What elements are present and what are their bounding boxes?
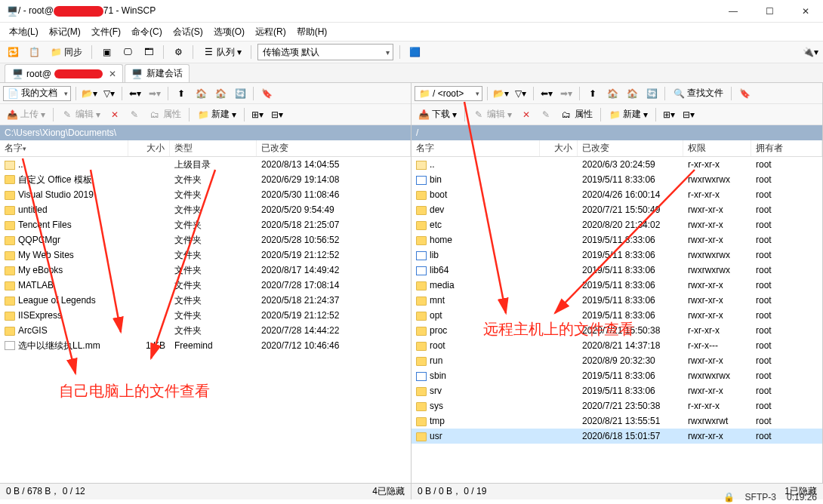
delete-icon[interactable]: ✕ xyxy=(106,106,123,123)
delete-icon[interactable]: ✕ xyxy=(518,106,535,123)
table-row[interactable]: 选中以继续执LL.mm1 KBFreemind2020/7/12 10:46:4… xyxy=(0,338,411,353)
table-row[interactable]: IISExpress文件夹2020/5/19 21:12:52 xyxy=(0,308,411,323)
parent-icon[interactable]: ⬆ xyxy=(584,85,601,102)
tab-session[interactable]: 🖥️ root@ ✕ xyxy=(5,64,123,82)
queue-button[interactable]: ☰队列 ▾ xyxy=(199,45,245,60)
props-button[interactable]: 🗂属性 xyxy=(146,107,184,121)
menu-item[interactable]: 帮助(H) xyxy=(292,24,332,40)
open-folder-icon[interactable]: 📂▾ xyxy=(81,85,97,102)
table-row[interactable]: mnt2019/5/11 8:33:06rwxr-xr-xroot xyxy=(412,293,822,308)
col-changed[interactable]: 已改变 xyxy=(257,140,411,156)
col-perm[interactable]: 权限 xyxy=(683,140,751,156)
menu-item[interactable]: 文件(F) xyxy=(87,24,125,40)
table-row[interactable]: sys2020/7/21 23:50:38r-xr-xr-xroot xyxy=(412,398,822,413)
refresh-icon[interactable]: 🔄 xyxy=(232,85,248,102)
table-row[interactable]: QQPCMgr文件夹2020/5/28 10:56:52 xyxy=(0,232,411,247)
table-row[interactable]: ArcGIS文件夹2020/7/28 14:44:22 xyxy=(0,323,411,338)
home-icon[interactable]: 🏠 xyxy=(624,85,640,102)
root-icon[interactable]: 🏠 xyxy=(604,85,621,102)
download-button[interactable]: 📥下载 ▾ xyxy=(415,107,460,121)
table-row[interactable]: home2019/5/11 8:33:06rwxr-xr-xroot xyxy=(412,232,822,247)
table-row[interactable]: tmp2020/8/21 13:55:51rwxrwxrwtroot xyxy=(412,413,822,429)
table-row[interactable]: run2020/8/9 20:32:30rwxr-xr-xroot xyxy=(412,353,822,368)
menu-item[interactable]: 远程(R) xyxy=(251,24,291,40)
menu-item[interactable]: 选项(O) xyxy=(209,24,249,40)
gear-icon[interactable]: ⚙ xyxy=(170,44,186,60)
table-row[interactable]: Tencent Files文件夹2020/5/18 21:25:07 xyxy=(0,217,411,232)
table-row[interactable]: boot2020/4/26 16:00:14r-xr-xr-xroot xyxy=(412,187,822,202)
table-row[interactable]: root2020/8/21 14:37:18r-xr-x---root xyxy=(412,338,822,353)
maximize-button[interactable]: ☐ xyxy=(758,3,781,20)
refresh-icon[interactable]: 🔄 xyxy=(643,85,660,102)
table-row[interactable]: ..2020/6/3 20:24:59r-xr-xr-xroot xyxy=(412,157,822,172)
props-button[interactable]: 🗂属性 xyxy=(557,107,596,121)
table-row[interactable]: Visual Studio 2019文件夹2020/5/30 11:08:46 xyxy=(0,187,411,202)
minus-icon[interactable]: ⊟▾ xyxy=(269,106,285,123)
bookmark-icon[interactable]: 🔖 xyxy=(736,85,753,102)
minimize-button[interactable]: — xyxy=(722,3,744,20)
rename-icon[interactable]: ✎ xyxy=(126,106,143,123)
table-row[interactable]: media2019/5/11 8:33:06rwxr-xr-xroot xyxy=(412,278,822,293)
table-row[interactable]: opt2019/5/11 8:33:06rwxr-xr-xroot xyxy=(412,308,822,323)
table-row[interactable]: My Web Sites文件夹2020/5/19 21:12:52 xyxy=(0,247,411,263)
col-changed[interactable]: 已改变 xyxy=(578,140,683,156)
new-button[interactable]: 📁新建 ▾ xyxy=(194,107,239,121)
menu-item[interactable]: 本地(L) xyxy=(5,24,43,40)
close-button[interactable]: ✕ xyxy=(794,3,817,20)
menu-item[interactable]: 标记(M) xyxy=(45,24,85,40)
col-name[interactable]: 名字 xyxy=(0,140,128,156)
plus-icon[interactable]: ⊞▾ xyxy=(661,106,677,123)
root-icon[interactable]: 🏠 xyxy=(193,85,209,102)
table-row[interactable]: srv2019/5/11 8:33:06rwxr-xr-xroot xyxy=(412,383,822,398)
edit-button[interactable]: ✎编辑 ▾ xyxy=(58,107,103,121)
table-row[interactable]: lib642019/5/11 8:33:06rwxrwxrwxroot xyxy=(412,263,822,278)
tab-new-session[interactable]: 🖥️ 新建会话 xyxy=(125,64,190,82)
parent-icon[interactable]: ⬆ xyxy=(173,85,190,102)
local-file-list[interactable]: 名字 大小 类型 已改变 ..上级目录2020/8/13 14:04:55自定义… xyxy=(0,140,411,483)
home-icon[interactable]: 🏠 xyxy=(212,85,229,102)
compare-icon[interactable]: 📋 xyxy=(26,44,42,60)
table-row[interactable]: proc2020/7/21 15:50:38r-xr-xr-xroot xyxy=(412,323,822,338)
table-row[interactable]: usr2020/6/18 15:01:57rwxr-xr-xroot xyxy=(412,429,822,444)
back-icon[interactable]: ⬅▾ xyxy=(538,85,555,102)
col-name[interactable]: 名字 xyxy=(412,140,540,156)
sync-browse-icon[interactable]: 🔁 xyxy=(5,44,21,60)
close-tab-icon[interactable]: ✕ xyxy=(109,69,116,79)
table-row[interactable]: sbin2019/5/11 8:33:06rwxrwxrwxroot xyxy=(412,368,822,383)
table-row[interactable]: League of Legends文件夹2020/5/18 21:24:37 xyxy=(0,293,411,308)
rename-icon[interactable]: ✎ xyxy=(538,106,554,123)
col-type[interactable]: 类型 xyxy=(170,140,257,156)
table-row[interactable]: bin2019/5/11 8:33:06rwxrwxrwxroot xyxy=(412,172,822,187)
forward-icon[interactable]: ➡▾ xyxy=(146,85,163,102)
transfer-options-combo[interactable]: 传输选项 默认 xyxy=(257,44,393,60)
filter-icon[interactable]: ▽▾ xyxy=(512,85,529,102)
settings-icon[interactable]: 🟦 xyxy=(406,44,423,60)
remote-file-list[interactable]: 名字 大小 已改变 权限 拥有者 ..2020/6/3 20:24:59r-xr… xyxy=(412,140,822,483)
console-icon[interactable]: ▣ xyxy=(98,44,115,60)
filter-icon[interactable]: ▽▾ xyxy=(100,85,117,102)
disconnect-icon[interactable]: 🔌▾ xyxy=(802,44,818,60)
menu-item[interactable]: 会话(S) xyxy=(168,24,208,40)
table-row[interactable]: MATLAB文件夹2020/7/28 17:08:14 xyxy=(0,278,411,293)
remote-location-combo[interactable]: 📁/ <root> xyxy=(415,86,482,101)
local-location-combo[interactable]: 📄我的文档 xyxy=(3,86,71,101)
minus-icon[interactable]: ⊟▾ xyxy=(680,106,697,123)
back-icon[interactable]: ⬅▾ xyxy=(127,85,143,102)
sync-button[interactable]: 📁同步 xyxy=(47,45,85,60)
open-folder-icon[interactable]: 📂▾ xyxy=(492,85,509,102)
table-row[interactable]: ..上级目录2020/8/13 14:04:55 xyxy=(0,157,411,172)
col-owner[interactable]: 拥有者 xyxy=(751,140,822,156)
putty-icon[interactable]: 🗔 xyxy=(140,44,157,60)
table-row[interactable]: My eBooks文件夹2020/8/17 14:49:42 xyxy=(0,263,411,278)
menu-item[interactable]: 命令(C) xyxy=(127,24,167,40)
table-row[interactable]: 自定义 Office 模板文件夹2020/6/29 19:14:08 xyxy=(0,172,411,187)
table-row[interactable]: untitled文件夹2020/5/20 9:54:49 xyxy=(0,202,411,217)
terminal-icon[interactable]: 🖵 xyxy=(119,44,136,60)
forward-icon[interactable]: ➡▾ xyxy=(558,85,575,102)
find-button[interactable]: 🔍查找文件 xyxy=(670,86,726,100)
col-size[interactable]: 大小 xyxy=(128,140,170,156)
table-row[interactable]: etc2020/8/20 21:34:02rwxr-xr-xroot xyxy=(412,217,822,232)
edit-button[interactable]: ✎编辑 ▾ xyxy=(470,107,515,121)
bookmark-icon[interactable]: 🔖 xyxy=(258,85,275,102)
plus-icon[interactable]: ⊞▾ xyxy=(249,106,266,123)
